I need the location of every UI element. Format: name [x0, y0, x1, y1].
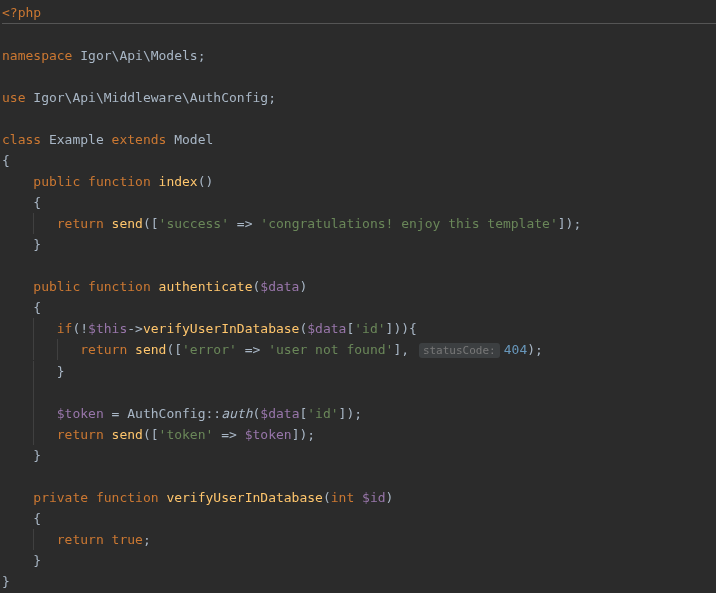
code-line: private function verifyUserInDatabase(in…	[2, 487, 716, 508]
indent-guide	[33, 361, 34, 382]
arrow: =>	[213, 427, 244, 442]
bracket: ],	[393, 342, 409, 357]
indent-guide	[33, 339, 34, 360]
keyword-return: return	[57, 216, 104, 231]
variable: $token	[57, 406, 104, 421]
arrow-op: ->	[127, 321, 143, 336]
indent-guide	[57, 339, 58, 360]
bracket: ([	[143, 427, 159, 442]
class-name: Example	[41, 132, 111, 147]
arrow: =>	[237, 342, 268, 357]
scope: ::	[206, 406, 222, 421]
bracket: ]);	[558, 216, 581, 231]
code-line	[2, 66, 716, 87]
code-line: {	[2, 297, 716, 318]
bracket: ([	[143, 216, 159, 231]
code-line: }	[2, 445, 716, 466]
parent-class: Model	[166, 132, 213, 147]
paren: );	[527, 342, 543, 357]
number-literal: 404	[504, 342, 527, 357]
string-value: 'user not found'	[268, 342, 393, 357]
string-value: 'congratulations! enjoy this template'	[260, 216, 557, 231]
keyword-return: return	[57, 427, 104, 442]
code-line: use Igor\Api\Middleware\AuthConfig;	[2, 87, 716, 108]
bracket: ]);	[339, 406, 362, 421]
code-line	[2, 382, 716, 403]
brace-close: }	[33, 237, 41, 252]
keyword-function: function	[96, 490, 159, 505]
bracket: ])){	[386, 321, 417, 336]
method-call: verifyUserInDatabase	[143, 321, 300, 336]
code-line: return send(['token' => $token]);	[2, 424, 716, 445]
keyword-function: function	[88, 174, 151, 189]
variable: $data	[260, 279, 299, 294]
code-editor[interactable]: <?php namespace Igor\Api\Models; use Igo…	[0, 0, 716, 592]
method-name: index	[159, 174, 198, 189]
brace-close: }	[33, 448, 41, 463]
code-line: {	[2, 192, 716, 213]
code-line: {	[2, 150, 716, 171]
semicolon: ;	[198, 48, 206, 63]
code-line: return send(['error' => 'user not found'…	[2, 339, 716, 361]
assign: =	[104, 406, 127, 421]
parens: ()	[198, 174, 214, 189]
brace-open: {	[33, 511, 41, 526]
keyword-public: public	[33, 279, 80, 294]
code-line: public function index()	[2, 171, 716, 192]
code-line: }	[2, 571, 716, 592]
variable-this: $this	[88, 321, 127, 336]
method-name: verifyUserInDatabase	[166, 490, 323, 505]
indent-guide	[33, 529, 34, 550]
code-line	[2, 255, 716, 276]
variable: $id	[362, 490, 385, 505]
semicolon: ;	[143, 532, 151, 547]
bracket: ]);	[292, 427, 315, 442]
code-line	[2, 24, 716, 45]
code-line	[2, 466, 716, 487]
indent-guide	[33, 403, 34, 424]
keyword-return: return	[57, 532, 104, 547]
string-key: 'error'	[182, 342, 237, 357]
keyword-function: function	[88, 279, 151, 294]
code-line: return true;	[2, 529, 716, 550]
code-line: public function authenticate($data)	[2, 276, 716, 297]
function-call: send	[135, 342, 166, 357]
brace-open: {	[33, 300, 41, 315]
type-int: int	[331, 490, 354, 505]
paren: (!	[72, 321, 88, 336]
code-line: }	[2, 234, 716, 255]
code-line: <?php	[2, 2, 716, 23]
code-line: class Example extends Model	[2, 129, 716, 150]
class-ref: AuthConfig	[127, 406, 205, 421]
paren: )	[386, 490, 394, 505]
semicolon: ;	[268, 90, 276, 105]
keyword-private: private	[33, 490, 88, 505]
indent-guide	[33, 318, 34, 339]
string-key: 'success'	[159, 216, 229, 231]
function-call: send	[112, 216, 143, 231]
code-line: if(!$this->verifyUserInDatabase($data['i…	[2, 318, 716, 339]
code-line: }	[2, 361, 716, 382]
paren: (	[323, 490, 331, 505]
keyword-extends: extends	[112, 132, 167, 147]
indent-guide	[33, 382, 34, 403]
static-call: auth	[221, 406, 252, 421]
keyword-namespace: namespace	[2, 48, 72, 63]
paren: )	[299, 279, 307, 294]
parameter-hint: statusCode:	[419, 343, 500, 358]
code-line: $token = AuthConfig::auth($data['id']);	[2, 403, 716, 424]
string-key: 'id'	[354, 321, 385, 336]
keyword-public: public	[33, 174, 80, 189]
keyword-use: use	[2, 90, 25, 105]
brace-close: }	[57, 364, 65, 379]
code-line	[2, 108, 716, 129]
keyword-true: true	[112, 532, 143, 547]
variable: $data	[260, 406, 299, 421]
indent-guide	[33, 213, 34, 234]
keyword-class: class	[2, 132, 41, 147]
brace-close: }	[2, 574, 10, 589]
keyword-return: return	[80, 342, 127, 357]
brace-open: {	[33, 195, 41, 210]
arrow: =>	[229, 216, 260, 231]
code-line: {	[2, 508, 716, 529]
